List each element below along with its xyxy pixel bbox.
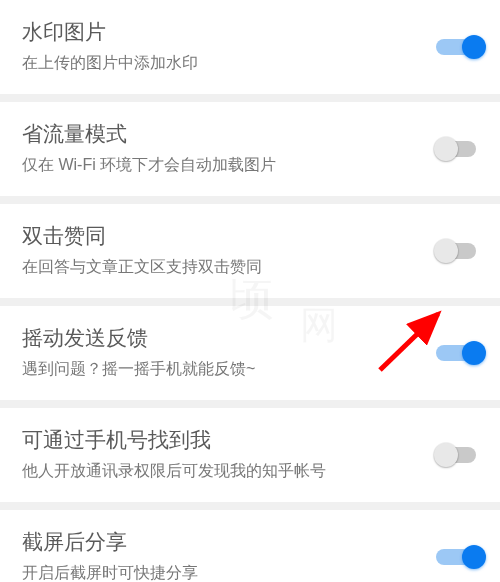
- switch-knob: [462, 545, 486, 569]
- setting-desc: 仅在 Wi-Fi 环境下才会自动加载图片: [22, 154, 408, 176]
- setting-title: 水印图片: [22, 18, 408, 46]
- setting-text: 可通过手机号找到我 他人开放通讯录权限后可发现我的知乎帐号: [22, 426, 478, 482]
- setting-shake-feedback[interactable]: 摇动发送反馈 遇到问题？摇一摇手机就能反馈~: [0, 306, 500, 408]
- switch-watermark[interactable]: [436, 36, 482, 58]
- switch-knob: [462, 341, 486, 365]
- setting-title: 可通过手机号找到我: [22, 426, 408, 454]
- setting-desc: 在上传的图片中添加水印: [22, 52, 408, 74]
- setting-text: 截屏后分享 开启后截屏时可快捷分享: [22, 528, 478, 582]
- setting-title: 双击赞同: [22, 222, 408, 250]
- setting-desc: 遇到问题？摇一摇手机就能反馈~: [22, 358, 408, 380]
- settings-list: 水印图片 在上传的图片中添加水印 省流量模式 仅在 Wi-Fi 环境下才会自动加…: [0, 0, 500, 582]
- switch-data-saver[interactable]: [436, 138, 482, 160]
- setting-double-tap[interactable]: 双击赞同 在回答与文章正文区支持双击赞同: [0, 204, 500, 306]
- setting-title: 截屏后分享: [22, 528, 408, 556]
- setting-desc: 他人开放通讯录权限后可发现我的知乎帐号: [22, 460, 408, 482]
- setting-find-by-phone[interactable]: 可通过手机号找到我 他人开放通讯录权限后可发现我的知乎帐号: [0, 408, 500, 510]
- setting-title: 摇动发送反馈: [22, 324, 408, 352]
- setting-desc: 在回答与文章正文区支持双击赞同: [22, 256, 408, 278]
- setting-desc: 开启后截屏时可快捷分享: [22, 562, 408, 582]
- setting-share-screenshot[interactable]: 截屏后分享 开启后截屏时可快捷分享: [0, 510, 500, 582]
- setting-watermark[interactable]: 水印图片 在上传的图片中添加水印: [0, 0, 500, 102]
- setting-text: 水印图片 在上传的图片中添加水印: [22, 18, 478, 74]
- setting-data-saver[interactable]: 省流量模式 仅在 Wi-Fi 环境下才会自动加载图片: [0, 102, 500, 204]
- switch-find-by-phone[interactable]: [436, 444, 482, 466]
- switch-share-screenshot[interactable]: [436, 546, 482, 568]
- switch-double-tap[interactable]: [436, 240, 482, 262]
- switch-knob: [462, 35, 486, 59]
- setting-text: 省流量模式 仅在 Wi-Fi 环境下才会自动加载图片: [22, 120, 478, 176]
- setting-title: 省流量模式: [22, 120, 408, 148]
- switch-knob: [434, 443, 458, 467]
- switch-shake-feedback[interactable]: [436, 342, 482, 364]
- setting-text: 摇动发送反馈 遇到问题？摇一摇手机就能反馈~: [22, 324, 478, 380]
- switch-knob: [434, 137, 458, 161]
- setting-text: 双击赞同 在回答与文章正文区支持双击赞同: [22, 222, 478, 278]
- switch-knob: [434, 239, 458, 263]
